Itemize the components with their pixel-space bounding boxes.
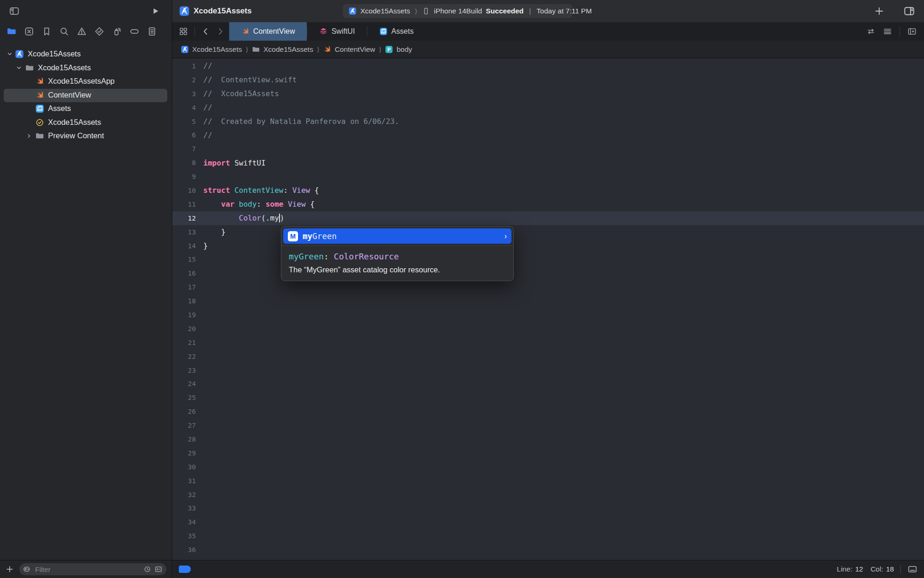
source-editor[interactable]: 1//2// ContentView.swift3// Xcode15Asset… bbox=[172, 58, 924, 560]
code-line-6[interactable]: 6// bbox=[172, 128, 924, 142]
issues-navigator-icon[interactable] bbox=[77, 26, 87, 37]
disclosure-closed-icon[interactable] bbox=[25, 132, 33, 140]
keyboard-indicator-icon[interactable] bbox=[907, 564, 918, 574]
code-line-10[interactable]: 10struct ContentView: View { bbox=[172, 184, 924, 197]
svg-text:P: P bbox=[388, 47, 391, 52]
source-control-navigator-icon[interactable] bbox=[24, 26, 34, 37]
code-text: // Created by Natalia Panferova on 6/06/… bbox=[203, 117, 399, 126]
forward-button[interactable] bbox=[216, 27, 225, 36]
add-editor-icon[interactable] bbox=[907, 27, 917, 36]
code-review-icon[interactable] bbox=[866, 27, 875, 36]
code-line-19[interactable]: 19 bbox=[172, 308, 924, 322]
add-file-button[interactable] bbox=[6, 565, 14, 573]
inspector-panel-toggle[interactable] bbox=[904, 6, 915, 17]
code-token: { bbox=[310, 186, 319, 195]
recents-filter-icon[interactable] bbox=[143, 565, 152, 573]
sidebar-item-xcode15assets[interactable]: Xcode15Assets bbox=[0, 116, 172, 129]
disclosure-open-icon[interactable] bbox=[15, 64, 23, 72]
tab-assets[interactable]: Assets bbox=[367, 22, 426, 41]
breakpoints-toggle[interactable] bbox=[179, 566, 191, 573]
code-line-21[interactable]: 21 bbox=[172, 336, 924, 350]
code-line-1[interactable]: 1// bbox=[172, 59, 924, 73]
activity-view[interactable]: Xcode15Assets ⟩ iPhone 14 Build Succeede… bbox=[343, 4, 572, 18]
completion-selected-row[interactable]: M myGreen › bbox=[283, 228, 511, 244]
code-line-9[interactable]: 9 bbox=[172, 170, 924, 184]
code-line-31[interactable]: 31 bbox=[172, 474, 924, 488]
tab-swiftui[interactable]: SwiftUI bbox=[307, 22, 367, 41]
property-p-icon: P bbox=[385, 45, 393, 54]
code-line-35[interactable]: 35 bbox=[172, 529, 924, 543]
reports-navigator-icon[interactable] bbox=[147, 26, 157, 37]
debug-navigator-icon[interactable] bbox=[112, 26, 122, 37]
breadcrumb-item-contentview[interactable]: ContentView bbox=[320, 45, 378, 54]
code-line-33[interactable]: 33 bbox=[172, 502, 924, 516]
tab-label: ContentView bbox=[253, 27, 295, 36]
code-line-3[interactable]: 3// Xcode15Assets bbox=[172, 87, 924, 101]
related-items-icon[interactable] bbox=[179, 27, 188, 36]
code-line-5[interactable]: 5// Created by Natalia Panferova on 6/06… bbox=[172, 115, 924, 129]
code-line-12[interactable]: 12 Color(.my) bbox=[172, 211, 924, 225]
scheme-device-chooser[interactable]: Xcode15Assets ⟩ iPhone 14 bbox=[348, 7, 466, 15]
code-line-7[interactable]: 7 bbox=[172, 142, 924, 156]
sidebar-item-contentview[interactable]: ContentView bbox=[0, 89, 172, 102]
line-number: 21 bbox=[172, 339, 203, 346]
sidebar-filter-bar bbox=[0, 560, 172, 578]
sidebar-item-label: Assets bbox=[48, 104, 71, 113]
code-line-23[interactable]: 23 bbox=[172, 363, 924, 377]
disclosure-chevron-icon[interactable]: › bbox=[505, 232, 507, 240]
code-line-29[interactable]: 29 bbox=[172, 446, 924, 460]
code-line-18[interactable]: 18 bbox=[172, 294, 924, 308]
code-line-32[interactable]: 32 bbox=[172, 488, 924, 502]
code-line-8[interactable]: 8import SwiftUI bbox=[172, 156, 924, 170]
breadcrumb-chevron-icon: ⟩ bbox=[378, 46, 382, 53]
line-number: 1 bbox=[172, 62, 203, 70]
back-button[interactable] bbox=[201, 27, 210, 36]
sidebar-item-xcode15assets[interactable]: Xcode15Assets bbox=[0, 61, 172, 75]
code-token: (.my bbox=[261, 214, 279, 222]
tab-contentview[interactable]: ContentView bbox=[229, 22, 307, 41]
filter-input[interactable] bbox=[34, 565, 140, 574]
code-line-28[interactable]: 28 bbox=[172, 432, 924, 446]
sidebar-item-preview-content[interactable]: Preview Content bbox=[0, 129, 172, 143]
code-line-30[interactable]: 30 bbox=[172, 460, 924, 474]
code-line-27[interactable]: 27 bbox=[172, 418, 924, 432]
line-number: 35 bbox=[172, 532, 203, 540]
code-line-22[interactable]: 22 bbox=[172, 350, 924, 363]
code-token: } bbox=[203, 241, 208, 250]
run-button[interactable] bbox=[152, 7, 160, 15]
breakpoints-navigator-icon[interactable] bbox=[129, 26, 140, 37]
filter-field[interactable] bbox=[19, 563, 166, 575]
breadcrumb-item-xcode15assets[interactable]: Xcode15Assets bbox=[249, 45, 316, 54]
scm-filter-icon[interactable] bbox=[154, 565, 163, 573]
breadcrumb-item-body[interactable]: Pbody bbox=[382, 45, 415, 54]
navigator-panel-toggle[interactable] bbox=[9, 6, 19, 16]
code-text: // Xcode15Assets bbox=[203, 89, 279, 98]
code-line-34[interactable]: 34 bbox=[172, 515, 924, 529]
code-line-26[interactable]: 26 bbox=[172, 405, 924, 418]
code-line-17[interactable]: 17 bbox=[172, 280, 924, 294]
code-line-20[interactable]: 20 bbox=[172, 322, 924, 336]
signature-token: : bbox=[324, 252, 334, 261]
code-line-2[interactable]: 2// ContentView.swift bbox=[172, 73, 924, 87]
tests-navigator-icon[interactable] bbox=[94, 26, 104, 37]
signature-token: myGreen bbox=[289, 252, 324, 261]
sidebar-item-xcode15assets[interactable]: Xcode15Assets bbox=[0, 48, 172, 61]
sidebar-item-assets[interactable]: Assets bbox=[0, 102, 172, 116]
sidebar-item-xcode15assetsapp[interactable]: Xcode15AssetsApp bbox=[0, 75, 172, 88]
code-line-4[interactable]: 4// bbox=[172, 101, 924, 115]
code-line-24[interactable]: 24 bbox=[172, 377, 924, 391]
code-line-25[interactable]: 25 bbox=[172, 391, 924, 405]
editor-options-icon[interactable] bbox=[883, 27, 892, 36]
code-token: var bbox=[221, 200, 235, 209]
divider bbox=[900, 565, 901, 573]
code-token: // ContentView.swift bbox=[203, 75, 297, 84]
bookmarks-navigator-icon[interactable] bbox=[42, 26, 52, 37]
new-tab-button[interactable] bbox=[874, 6, 884, 16]
disclosure-open-icon[interactable] bbox=[6, 50, 14, 58]
project-navigator-navigator-icon[interactable] bbox=[6, 26, 17, 37]
breadcrumb-item-xcode15assets[interactable]: Xcode15Assets bbox=[178, 45, 245, 54]
code-line-11[interactable]: 11 var body: some View { bbox=[172, 197, 924, 211]
filter-menu-icon[interactable] bbox=[23, 565, 31, 573]
find-navigator-icon[interactable] bbox=[59, 26, 69, 37]
code-line-36[interactable]: 36 bbox=[172, 543, 924, 557]
